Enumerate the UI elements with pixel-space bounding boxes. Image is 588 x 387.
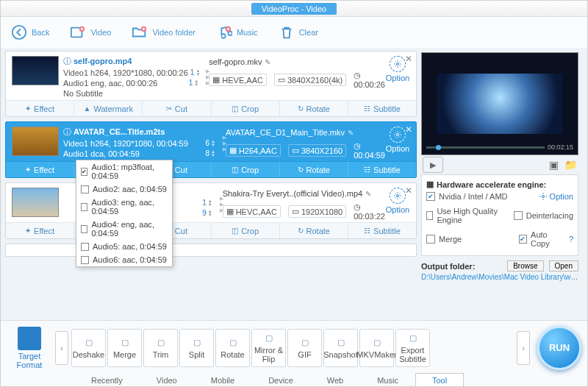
- merge-checkbox[interactable]: [426, 235, 435, 244]
- scroll-right-button[interactable]: ›: [517, 331, 530, 365]
- open-button[interactable]: Open: [549, 260, 578, 271]
- checkbox[interactable]: ✔: [81, 168, 87, 176]
- pencil-icon[interactable]: ✎: [365, 190, 371, 198]
- snapshot-icon[interactable]: ▣: [549, 159, 559, 171]
- scroll-left-button[interactable]: ‹: [55, 331, 68, 365]
- output-path[interactable]: D:\Users\Andrew\Movies\Mac Video Library…: [421, 273, 578, 281]
- tool-split[interactable]: ▢Split: [179, 329, 214, 367]
- tool-snapshot[interactable]: ▢Snapshot: [323, 329, 358, 367]
- checkbox[interactable]: [81, 203, 87, 211]
- tab-mobile[interactable]: Mobile: [194, 373, 251, 387]
- preview-player[interactable]: 00:02:15: [421, 52, 578, 155]
- rotate-button[interactable]: ↻ Rotate: [280, 101, 348, 116]
- tool-gif[interactable]: ▢GIF: [287, 329, 322, 367]
- tool-merge[interactable]: ▢Merge: [107, 329, 142, 367]
- audio-option[interactable]: Audio4: eng, aac, 0:04:59: [76, 218, 172, 240]
- close-icon[interactable]: ✕: [405, 124, 412, 135]
- audio-track-stepper[interactable]: 9▲▼: [202, 208, 212, 219]
- effect-button[interactable]: ✦ Effect: [6, 162, 74, 177]
- video-item[interactable]: ✕ ⓘself-gopro.mp4 Video1 h264, 1920*1080…: [5, 51, 417, 117]
- hw-vendor-checkbox[interactable]: ✔: [426, 192, 435, 201]
- pencil-icon[interactable]: ✎: [265, 58, 270, 66]
- add-folder-button[interactable]: Video folder: [132, 24, 196, 40]
- run-button[interactable]: RUN: [537, 326, 581, 370]
- video-item-partial[interactable]: [5, 244, 417, 257]
- play-button[interactable]: ▶: [423, 157, 443, 173]
- audio-option[interactable]: Audio6: aac, 0:04:59: [76, 253, 172, 266]
- gear-icon: [393, 130, 402, 139]
- back-button[interactable]: Back: [11, 24, 49, 40]
- watermark-button[interactable]: ▲ Watermark: [74, 101, 143, 116]
- tool-mirror-flip[interactable]: ▢Mirror & Flip: [251, 329, 286, 367]
- tab-web[interactable]: Web: [310, 373, 360, 387]
- tool-label: Split: [189, 350, 204, 359]
- resolution-chip: ▭ 3840X2160(4k): [274, 74, 346, 86]
- video-item-selected[interactable]: ✕ ⓘAVATAR_CE...Title.m2ts Video1 h264, 1…: [5, 121, 417, 178]
- effect-button[interactable]: ✦ Effect: [6, 223, 74, 238]
- tab-music[interactable]: Music: [360, 373, 415, 387]
- tab-device[interactable]: Device: [251, 373, 310, 387]
- checkbox[interactable]: [81, 243, 89, 251]
- chip-icon: ▦: [426, 180, 434, 189]
- tool-export-subtitle[interactable]: ▢Export Subtitle: [395, 329, 430, 367]
- crop-button[interactable]: ◫ Crop: [212, 101, 280, 116]
- clear-button[interactable]: Clear: [279, 24, 318, 40]
- close-icon[interactable]: ✕: [405, 185, 412, 196]
- hw-option-button[interactable]: Option: [539, 192, 573, 201]
- effect-button[interactable]: ✦ Effect: [6, 101, 74, 116]
- info-icon[interactable]: ⓘ: [63, 127, 71, 137]
- tool-rotate[interactable]: ▢Rotate: [215, 329, 250, 367]
- audio-option-label: Audio1: mp3float, 0:04:59: [91, 163, 168, 180]
- open-folder-icon[interactable]: 📁: [564, 159, 577, 171]
- help-icon[interactable]: ?: [569, 235, 573, 244]
- tool-trim[interactable]: ▢Trim: [143, 329, 178, 367]
- category-tabs: RecentlyVideoMobileDeviceWebMusicTool: [1, 372, 587, 387]
- tool-label: Rotate: [220, 350, 244, 359]
- audio-track-stepper[interactable]: 8▲▼: [205, 149, 215, 159]
- output-filename: self-gopro.mkv: [209, 57, 262, 66]
- audio-track-stepper[interactable]: 1▲▼: [189, 78, 199, 88]
- cut-button[interactable]: ✂ Cut: [143, 101, 211, 116]
- add-music-button[interactable]: Music: [216, 24, 258, 40]
- subtitle-button[interactable]: ☷ Subtitle: [348, 223, 416, 238]
- main-toolbar: Back Video Video folder Music Clear: [1, 17, 587, 48]
- browse-button[interactable]: Browse: [507, 260, 543, 271]
- tab-tool[interactable]: Tool: [415, 373, 464, 387]
- audio-option[interactable]: Audio5: aac, 0:04:59: [76, 240, 172, 253]
- hw-title: Hardware accelerate engine:: [437, 180, 546, 189]
- subtitle-button[interactable]: ☷ Subtitle: [348, 162, 416, 177]
- hq-checkbox[interactable]: [426, 211, 433, 220]
- info-icon[interactable]: ⓘ: [63, 56, 71, 66]
- tool-deshake[interactable]: ▢Deshake: [71, 329, 106, 367]
- rotate-button[interactable]: ↻ Rotate: [280, 223, 348, 238]
- tool-icon: ▢: [154, 337, 168, 349]
- tool-mkvmaker[interactable]: ▢MKVMaker: [359, 329, 394, 367]
- video-track-stepper[interactable]: 1▲▼: [202, 198, 212, 208]
- tab-video[interactable]: Video: [140, 373, 194, 387]
- clear-label: Clear: [299, 28, 318, 37]
- checkbox[interactable]: [81, 225, 87, 233]
- audio-option[interactable]: Audio2: aac, 0:04:59: [76, 182, 172, 196]
- checkbox[interactable]: [81, 185, 89, 194]
- autocopy-checkbox[interactable]: ✔: [519, 235, 527, 244]
- seek-bar[interactable]: [426, 146, 545, 149]
- trash-icon: [279, 24, 295, 40]
- audio-track-popup[interactable]: ✔Audio1: mp3float, 0:04:59Audio2: aac, 0…: [76, 160, 173, 267]
- crop-button[interactable]: ◫ Crop: [212, 162, 280, 177]
- audio-option-label: Audio6: aac, 0:04:59: [93, 255, 167, 264]
- crop-button[interactable]: ◫ Crop: [212, 223, 280, 238]
- deinterlace-checkbox[interactable]: [514, 211, 523, 220]
- rotate-button[interactable]: ↻ Rotate: [280, 162, 348, 177]
- target-format[interactable]: Target Format: [7, 327, 52, 369]
- pencil-icon[interactable]: ✎: [348, 129, 354, 137]
- video-item[interactable]: ✕ 1▲▼ 9▲▼ ▶▶▶ Shakira-Try Everyt..(offic…: [5, 182, 417, 239]
- add-video-button[interactable]: Video: [70, 24, 111, 40]
- tab-recently[interactable]: Recently: [74, 373, 140, 387]
- audio-option[interactable]: Audio3: eng, aac, 0:04:59: [76, 196, 172, 218]
- audio-option[interactable]: ✔Audio1: mp3float, 0:04:59: [76, 160, 172, 182]
- checkbox[interactable]: [81, 256, 89, 264]
- close-icon[interactable]: ✕: [405, 54, 412, 64]
- subtitle-button[interactable]: ☷ Subtitle: [348, 101, 416, 116]
- video-track-stepper[interactable]: 6▲▼: [205, 138, 215, 149]
- video-track-stepper[interactable]: 1▲▼: [190, 68, 201, 78]
